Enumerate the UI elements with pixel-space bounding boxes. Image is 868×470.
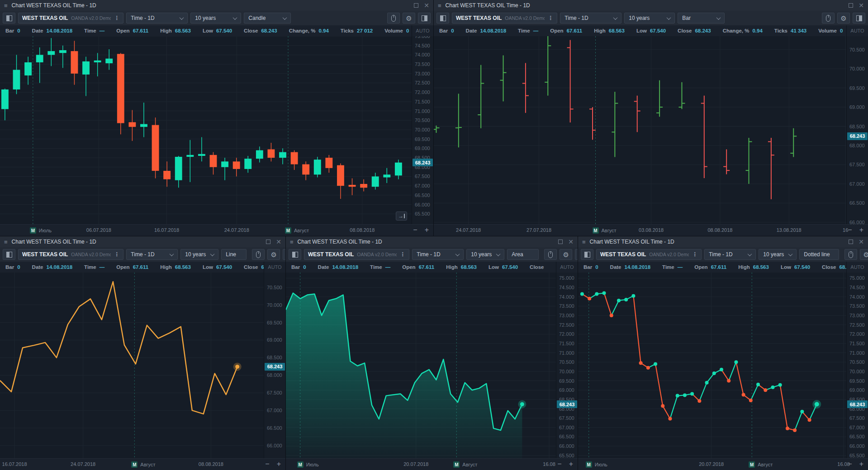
panel-toggle-button[interactable] [581,249,593,260]
status-value: 67.540 [794,264,810,270]
timeframe-dropdown[interactable]: Time - 1D [560,13,621,24]
kebab-menu-icon[interactable]: ⋮ [114,251,119,258]
range-dropdown[interactable]: 10 years [759,249,797,260]
settings-button[interactable]: ⚙ [403,13,415,24]
chart-canvas[interactable] [0,273,264,458]
panel-right-button[interactable] [283,249,285,260]
chevron-down-icon [716,15,721,20]
dropdown-value: Dotted line [804,251,830,258]
instrument-selector[interactable]: WEST TEXAS OILOANDA v2.0 Demo⋮ [304,249,409,260]
settings-button[interactable]: ⚙ [837,13,850,24]
settings-button[interactable]: ⚙ [267,249,280,260]
chart-canvas[interactable] [578,273,846,458]
panel-row[interactable]: ≡Chart WEST TEXAS OIL Time - 1D✕WEST TEX… [0,0,868,236]
range-dropdown[interactable]: 10 years [180,249,218,260]
range-dropdown[interactable]: 10 years [190,13,241,24]
hamburger-icon[interactable]: ≡ [290,239,294,245]
maximize-icon[interactable] [849,240,853,244]
panel-right-button[interactable] [853,13,865,24]
chart-canvas[interactable] [286,273,556,458]
hamburger-icon[interactable]: ≡ [438,3,441,9]
timeframe-dropdown[interactable]: Time - 1D [412,249,464,260]
panel-right-button[interactable] [418,13,431,24]
axis-tick-label: 70.000 [849,66,865,71]
close-icon[interactable]: ✕ [859,2,864,9]
kebab-menu-icon[interactable]: ⋮ [114,15,119,21]
timeframe-dropdown[interactable]: Time - 1D [704,249,756,260]
panel-title: Chart WEST TEXAS OIL Time - 1D [590,239,674,245]
instrument-selector[interactable]: WEST TEXAS OILOANDA v2.0 Demo⋮ [18,13,123,24]
month-badge: М [285,227,291,234]
zoom-out-button[interactable]: − [265,460,269,469]
maximize-icon[interactable] [849,3,853,8]
hamburger-icon[interactable]: ≡ [4,3,8,9]
hamburger-icon[interactable]: ≡ [582,239,586,245]
pointer-settings-button[interactable] [822,13,835,24]
axis-tick-label: 66.000 [267,443,282,448]
instrument-selector[interactable]: WEST TEXAS OILOANDA v2.0 Demo⋮ [596,249,702,260]
status-label: Low [203,28,213,33]
zoom-in-button[interactable]: + [425,226,429,235]
chart-type-dropdown[interactable]: Dotted line [799,249,839,260]
timeframe-dropdown[interactable]: Time - 1D [126,13,188,24]
close-icon[interactable]: ✕ [276,239,281,245]
chart-type-dropdown[interactable]: Area [507,249,539,260]
zoom-out-button[interactable]: − [413,226,417,235]
zoom-in-button[interactable]: + [859,226,863,235]
pointer-settings-button[interactable] [252,249,265,260]
chart-column: Bar0Date14.08.2018Time—Open67.611High68.… [578,262,846,458]
chart-type-dropdown[interactable]: Line [221,249,247,260]
pointer-settings-button[interactable] [387,13,400,24]
instrument-name: WEST TEXAS OIL [600,251,646,258]
status-field: Low67.540 [489,264,518,270]
zoom-in-button[interactable]: + [859,460,863,469]
axis-auto-label[interactable]: AUTO [412,25,433,36]
status-label: Close [244,264,258,270]
chart-canvas[interactable]: → [0,36,412,224]
go-to-latest-button[interactable]: → [396,212,407,221]
axis-auto-label[interactable]: AUTO [847,262,868,273]
instrument-selector[interactable]: WEST TEXAS OILOANDA v2.0 Demo⋮ [452,13,557,24]
range-dropdown[interactable]: 10 years [624,13,675,24]
panel-toggle-button[interactable] [3,249,15,260]
chart-canvas[interactable] [434,36,846,224]
axis-tick-label: 66.500 [559,434,574,439]
panel-row[interactable]: ≡Chart WEST TEXAS OIL Time - 1D✕WEST TEX… [0,236,868,470]
settings-button[interactable]: ⚙ [860,249,868,260]
date-label: 13.08.2018 [777,227,802,233]
maximize-icon[interactable] [414,3,418,8]
close-icon[interactable]: ✕ [859,239,864,245]
status-value: 0 [17,28,20,33]
chart-type-dropdown[interactable]: Bar [678,13,725,24]
panel-right-button[interactable] [575,249,578,260]
pointer-settings-button[interactable] [844,249,857,260]
axis-auto-label[interactable]: AUTO [556,262,578,273]
zoom-out-button[interactable]: − [848,226,852,235]
maximize-icon[interactable] [558,240,563,244]
settings-button[interactable]: ⚙ [560,249,572,260]
zoom-in-button[interactable]: + [569,460,573,469]
panel-toggle-button[interactable] [3,13,15,24]
axis-tick-label: 73.000 [415,71,430,76]
axis-auto-label[interactable]: AUTO [847,25,868,36]
zoom-out-button[interactable]: − [557,460,561,469]
chart-type-dropdown[interactable]: Candle [244,13,291,24]
close-icon[interactable]: ✕ [424,2,429,9]
kebab-menu-icon[interactable]: ⋮ [692,251,697,258]
status-field: Low67.540 [636,28,666,33]
panel-toggle-button[interactable] [289,249,301,260]
axis-auto-label[interactable]: AUTO [264,262,285,273]
timeframe-dropdown[interactable]: Time - 1D [126,249,178,260]
zoom-in-button[interactable]: + [277,460,281,469]
instrument-selector[interactable]: WEST TEXAS OILOANDA v2.0 Demo⋮ [18,249,123,260]
close-icon[interactable]: ✕ [568,239,574,245]
kebab-menu-icon[interactable]: ⋮ [400,251,405,258]
zoom-out-button[interactable]: − [848,460,852,469]
panel-title: Chart WEST TEXAS OIL Time - 1D [446,2,530,9]
kebab-menu-icon[interactable]: ⋮ [548,15,553,21]
hamburger-icon[interactable]: ≡ [4,239,8,245]
panel-toggle-button[interactable] [436,13,449,24]
range-dropdown[interactable]: 10 years [466,249,504,260]
maximize-icon[interactable] [266,240,270,244]
pointer-settings-button[interactable] [544,249,557,260]
